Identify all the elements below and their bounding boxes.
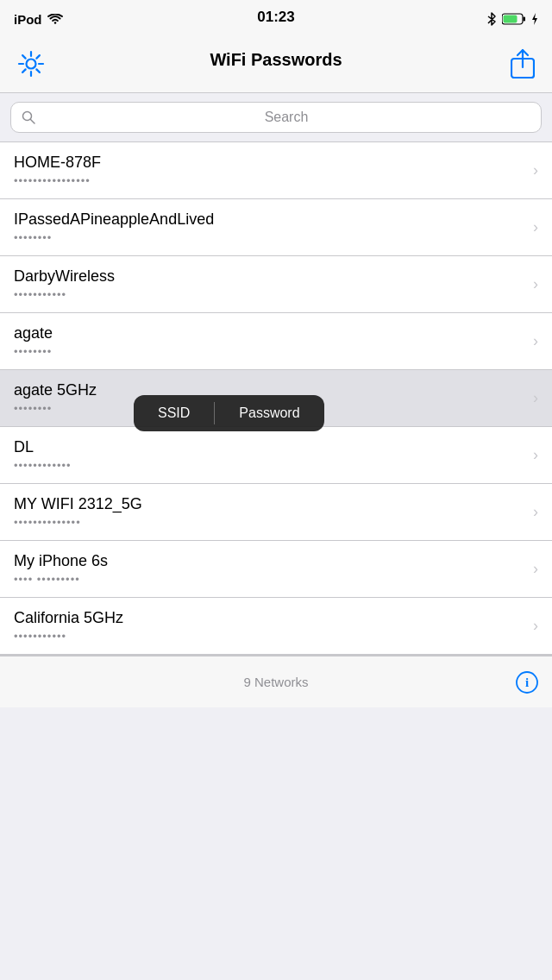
list-item[interactable]: California 5GHz ••••••••••• › [0,598,552,655]
context-menu-tooltip: SSID Password [134,395,324,431]
networks-count-label: 9 Networks [243,675,308,689]
nav-bar: WiFi Passwords [0,38,552,93]
search-input[interactable] [42,110,530,125]
chevron-right-icon: › [533,560,538,578]
svg-line-11 [22,69,26,72]
status-left: iPod [14,12,63,27]
list-item-content: agate •••••••• [14,324,526,358]
network-name: MY WIFI 2312_5G [14,495,526,513]
chevron-right-icon: › [533,218,538,236]
svg-text:i: i [525,675,529,689]
search-icon [22,110,35,124]
list-item[interactable]: HOME-878F •••••••••••••••• › [0,142,552,199]
network-password: •••• ••••••••• [14,573,526,586]
list-item[interactable]: My iPhone 6s •••• ••••••••• › [0,541,552,598]
list-item-content: MY WIFI 2312_5G •••••••••••••• [14,495,526,529]
network-name: IPassedAPineappleAndLived [14,210,526,229]
status-time: 01:23 [257,9,294,26]
status-bar: iPod 01:23 [0,0,552,38]
list-item[interactable]: agate •••••••• › [0,313,552,370]
list-item-content: DL •••••••••••• [14,438,526,472]
status-right [486,11,538,27]
network-password: •••••••• [14,231,526,244]
network-password: ••••••••••• [14,630,526,643]
network-name: My iPhone 6s [14,552,526,570]
list-item-content: IPassedAPineappleAndLived •••••••• [14,210,526,244]
network-name: HOME-878F [14,154,526,172]
network-password: •••••••••••••• [14,516,526,529]
search-bar [10,102,542,133]
info-icon: i [516,671,538,694]
page-title: WiFi Passwords [210,50,342,70]
network-name: agate [14,324,526,342]
network-password: •••••••• [14,345,526,358]
network-name: California 5GHz [14,609,526,627]
list-item[interactable]: DL •••••••••••• › [0,427,552,484]
search-container [0,93,552,141]
list-item-content: DarbyWireless ••••••••••• [14,267,526,301]
list-item-content: California 5GHz ••••••••••• [14,609,526,643]
share-button[interactable] [507,45,538,85]
chevron-right-icon: › [533,161,538,179]
ssid-button[interactable]: SSID [134,395,214,431]
svg-line-15 [31,120,35,124]
list-item-content: HOME-878F •••••••••••••••• [14,154,526,187]
wifi-icon [47,14,63,25]
svg-point-3 [27,60,36,69]
list-item[interactable]: MY WIFI 2312_5G •••••••••••••• › [0,484,552,541]
list-item-content: My iPhone 6s •••• ••••••••• [14,552,526,586]
network-password: ••••••••••• [14,288,526,301]
network-name: DL [14,438,526,456]
footer: 9 Networks i [0,656,552,707]
chevron-right-icon: › [533,617,538,635]
charging-icon [531,13,538,25]
chevron-right-icon: › [533,446,538,464]
password-button[interactable]: Password [215,395,323,431]
settings-button[interactable] [14,47,48,84]
list-item[interactable]: IPassedAPineappleAndLived •••••••• › [0,199,552,256]
network-password: •••••••••••••••• [14,174,526,187]
chevron-right-icon: › [533,389,538,407]
list-item[interactable]: DarbyWireless ••••••••••• › [0,256,552,313]
svg-line-9 [36,69,40,72]
chevron-right-icon: › [533,503,538,521]
chevron-right-icon: › [533,332,538,350]
info-button[interactable]: i [516,671,538,694]
svg-line-8 [22,55,26,59]
share-icon [511,48,535,79]
bluetooth-icon [486,11,497,27]
chevron-right-icon: › [533,275,538,293]
svg-rect-1 [524,17,526,22]
network-password: •••••••••••• [14,459,526,472]
battery-icon [502,13,526,25]
gear-icon [17,50,45,78]
svg-line-10 [36,55,40,59]
carrier-label: iPod [14,12,42,27]
svg-rect-2 [504,16,518,23]
network-name: DarbyWireless [14,267,526,286]
